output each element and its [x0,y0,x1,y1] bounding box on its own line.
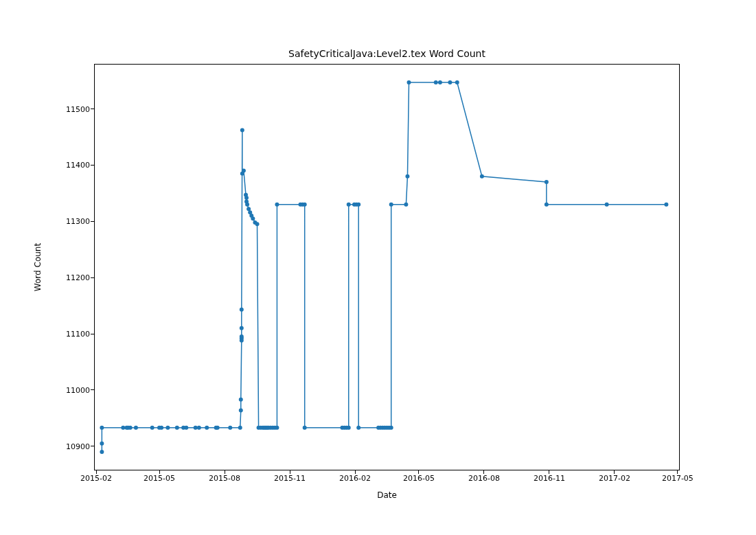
data-point [407,80,411,84]
y-tick-mark [91,165,94,166]
data-point [251,216,255,220]
data-point [356,203,360,207]
x-tick-label: 2015-08 [209,474,240,483]
data-point [347,203,351,207]
data-point [455,80,459,84]
data-point [448,80,452,84]
y-tick-label: 11100 [66,330,90,339]
data-point [255,222,260,226]
data-point [240,334,244,339]
data-point [175,426,179,430]
data-point [150,426,154,430]
data-point [184,426,188,430]
y-tick-label: 10900 [66,442,90,451]
y-tick-label: 11400 [66,161,90,170]
plot-svg [94,64,680,470]
data-point [275,203,279,207]
data-point [100,426,104,430]
y-tick-label: 11000 [66,385,90,394]
data-point [197,426,201,430]
x-tick-label: 2015-02 [80,474,112,483]
data-point [480,174,484,179]
data-point [405,174,409,179]
data-point [121,426,125,430]
x-tick-label: 2015-05 [144,474,175,483]
y-tick-label: 11200 [66,273,90,282]
data-point [303,426,307,430]
chart-title: SafetyCriticalJava:Level2.tex Word Count [94,48,680,59]
data-point [100,442,104,446]
data-point [664,203,668,207]
y-tick-label: 11500 [66,104,90,113]
data-point [245,203,249,207]
data-point [404,203,408,207]
data-point [100,450,104,454]
x-tick-label: 2016-08 [468,474,500,483]
data-point [165,426,170,430]
data-point [275,426,279,430]
y-tick-mark [91,221,94,222]
data-point [389,426,393,430]
data-point [238,426,242,430]
data-point [438,80,442,84]
data-point [128,426,133,430]
data-point [545,203,549,207]
data-point [228,426,232,430]
data-point [240,326,244,330]
data-point [389,203,393,207]
data-point [605,203,609,207]
data-point [134,426,138,430]
data-point [240,308,244,312]
x-tick-label: 2015-11 [274,474,306,483]
x-tick-label: 2017-02 [599,474,630,483]
x-tick-label: 2016-05 [403,474,435,483]
data-point [159,426,163,430]
data-point [434,80,438,84]
x-tick-label: 2017-05 [662,474,694,483]
data-point [240,128,244,133]
data-point [216,426,220,430]
data-point [205,426,209,430]
data-point [356,426,360,430]
x-tick-label: 2016-02 [339,474,371,483]
x-axis-label: Date [94,490,680,500]
chart-container: SafetyCriticalJava:Level2.tex Word Count… [0,0,756,535]
data-point [347,426,351,430]
data-point [239,398,243,402]
x-tick-label: 2016-11 [534,474,565,483]
y-tick-mark [91,446,94,446]
data-point [545,180,549,184]
data-point [239,408,243,412]
y-tick-mark [91,109,94,109]
y-axis-label: Word Count [33,243,43,291]
line-series [102,82,666,452]
data-point [242,169,246,173]
y-tick-mark [91,277,94,278]
data-point [194,426,198,430]
data-point [244,196,249,200]
data-point [303,203,307,207]
y-tick-mark [91,334,94,334]
y-tick-mark [91,389,94,390]
y-tick-label: 11300 [66,217,90,226]
